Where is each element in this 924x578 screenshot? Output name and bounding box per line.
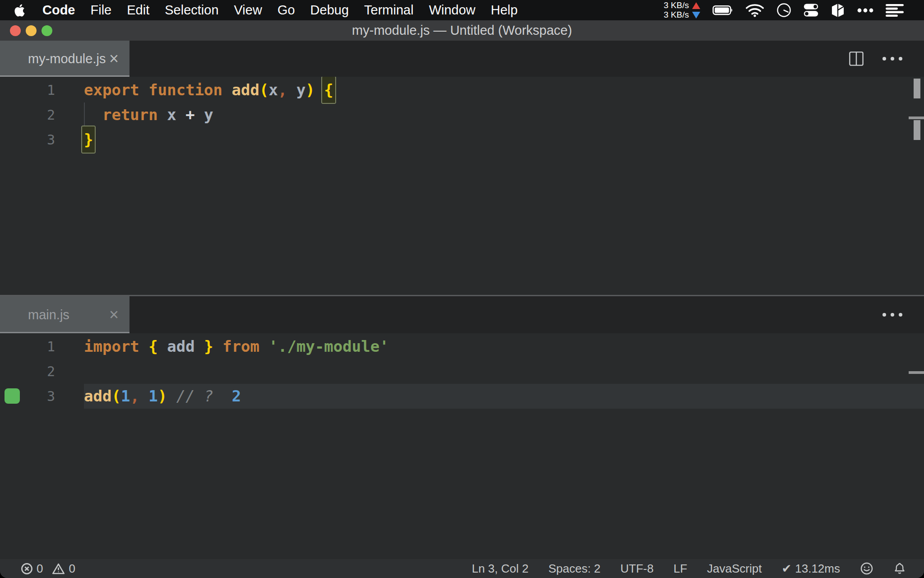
split-editor-icon[interactable] (848, 51, 864, 67)
menu-item-terminal[interactable]: Terminal (364, 3, 414, 18)
line-number: 2 (0, 359, 55, 384)
code-line[interactable]: 1import { add } from './my-module' (0, 334, 924, 359)
quokka-time-value: 13.12ms (795, 562, 840, 576)
status-cursor-position[interactable]: Ln 3, Col 2 (472, 562, 529, 576)
code-line[interactable]: 3add(1, 1) // ? 2 (0, 384, 924, 409)
status-language[interactable]: JavaScript (707, 562, 762, 576)
ellipsis-icon[interactable] (857, 8, 873, 13)
line-number: 1 (0, 334, 55, 359)
menu-item-edit[interactable]: Edit (127, 3, 149, 18)
upload-speed: 3 KB/s (664, 1, 689, 10)
menu-item-window[interactable]: Window (429, 3, 476, 18)
list-icon[interactable] (886, 4, 904, 17)
vscode-window: my-module.js — Untitled (Workspace) my-m… (0, 20, 924, 578)
more-actions-icon[interactable] (882, 313, 902, 317)
code-line[interactable]: 2 return x + y (0, 103, 924, 127)
control-center-icon[interactable] (804, 3, 818, 17)
window-title: my-module.js — Untitled (Workspace) (352, 23, 572, 38)
tab-close-icon[interactable]: × (109, 307, 119, 323)
apple-icon[interactable] (14, 3, 27, 18)
download-speed: 3 KB/s (664, 10, 689, 19)
wifi-icon[interactable] (745, 3, 764, 17)
tab-label: main.js (28, 308, 109, 322)
tabbar-bottom: main.js × (0, 296, 924, 333)
menu-item-file[interactable]: File (91, 3, 112, 18)
code-text: import { add } from './my-module' (84, 334, 389, 359)
error-count[interactable]: 0 (37, 562, 43, 576)
editor-pane-bottom: main.js × 1import { add } from './my-mod… (0, 296, 924, 559)
editor-pane-top: my-module.js × 1export func (0, 41, 924, 295)
status-encoding[interactable]: UTF-8 (620, 562, 654, 576)
box-icon[interactable] (831, 3, 845, 18)
network-speed-indicator[interactable]: 3 KB/s 3 KB/s (664, 1, 700, 19)
code-text: export function add(x, y) { (84, 78, 333, 103)
window-close-button[interactable] (10, 25, 21, 36)
more-actions-icon[interactable] (882, 57, 902, 61)
code-editor-top[interactable]: 1export function add(x, y) {2 return x +… (0, 77, 924, 295)
code-editor-bottom[interactable]: 1import { add } from './my-module'23add(… (0, 333, 924, 559)
code-line[interactable]: 1export function add(x, y) { (0, 78, 924, 103)
warnings-icon[interactable] (52, 563, 65, 575)
menu-item-view[interactable]: View (234, 3, 262, 18)
clock-icon[interactable] (776, 3, 791, 18)
check-icon: ✔ (781, 562, 791, 576)
tab-label: my-module.js (28, 51, 109, 66)
download-arrow-icon (692, 12, 700, 19)
screen: CodeFileEditSelectionViewGoDebugTerminal… (0, 0, 924, 578)
notifications-bell-icon[interactable] (893, 562, 906, 575)
line-number: 3 (0, 127, 55, 152)
code-text: add(1, 1) // ? 2 (84, 384, 241, 409)
code-line[interactable]: 3} (0, 127, 924, 152)
menu-bar: CodeFileEditSelectionViewGoDebugTerminal… (0, 0, 924, 20)
status-quokka-time[interactable]: ✔ 13.12ms (781, 562, 840, 576)
code-text: return x + y (84, 103, 213, 127)
code-line[interactable]: 2 (0, 359, 924, 384)
line-number: 1 (0, 78, 55, 103)
status-eol[interactable]: LF (674, 562, 687, 576)
menu-item-selection[interactable]: Selection (165, 3, 218, 18)
menu-item-help[interactable]: Help (491, 3, 518, 18)
window-titlebar: my-module.js — Untitled (Workspace) (0, 20, 924, 41)
warning-count[interactable]: 0 (69, 562, 75, 576)
tab-main-js[interactable]: main.js × (0, 296, 129, 333)
menu-item-go[interactable]: Go (277, 3, 295, 18)
status-bar: 0 0 Ln 3, Col 2 Spaces: 2 UTF-8 LF JavaS… (0, 559, 924, 578)
tab-close-icon[interactable]: × (109, 51, 119, 67)
feedback-smiley-icon[interactable] (860, 562, 873, 575)
code-text: } (84, 127, 93, 152)
menu-bar-status: 3 KB/s 3 KB/s (664, 1, 924, 19)
menu-items: CodeFileEditSelectionViewGoDebugTerminal… (42, 3, 517, 18)
menu-item-debug[interactable]: Debug (310, 3, 349, 18)
errors-icon[interactable] (21, 563, 33, 575)
tabbar-top: my-module.js × (0, 41, 924, 77)
battery-icon[interactable] (712, 5, 733, 16)
window-zoom-button[interactable] (42, 25, 52, 36)
window-minimize-button[interactable] (26, 25, 37, 36)
status-indentation[interactable]: Spaces: 2 (548, 562, 601, 576)
tab-my-module-js[interactable]: my-module.js × (0, 41, 129, 77)
line-number: 3 (0, 384, 55, 409)
menu-item-code[interactable]: Code (42, 3, 75, 18)
line-number: 2 (0, 103, 55, 127)
upload-arrow-icon (692, 2, 700, 9)
